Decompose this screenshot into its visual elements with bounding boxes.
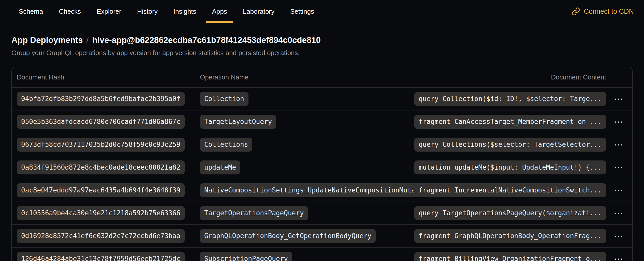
document-content-badge[interactable]: query Collection($id: ID!, $selector: Ta… (414, 92, 606, 106)
nav-tab-apps[interactable]: Apps (205, 0, 234, 23)
row-menu-button[interactable]: ⋯ (613, 253, 624, 261)
ellipsis-icon: ⋯ (614, 140, 623, 149)
ellipsis-icon: ⋯ (614, 94, 623, 104)
breadcrumb-app-deployments[interactable]: App Deployments (11, 35, 83, 45)
breadcrumb-separator: / (86, 35, 89, 45)
operation-name-badge[interactable]: TargetLayoutQuery (200, 115, 276, 129)
documents-table: Document Hash Operation Name Document Co… (11, 67, 633, 261)
table-row: 0ac8e047eddd97a97eac6435a4b694f4e3648f39… (12, 179, 632, 202)
document-content-badge[interactable]: fragment BillingView_OrganizationFragmen… (414, 252, 606, 261)
ellipsis-icon: ⋯ (614, 209, 623, 218)
breadcrumb-deployment-name: hive-app@b622862ecdba7c61b78f412453def89… (92, 35, 321, 45)
row-menu-button[interactable]: ⋯ (613, 231, 624, 242)
table-row: 04bfa72dfb83b297dd8a5b6fed9bafac2b395a0f… (12, 87, 632, 110)
nav-tab-settings[interactable]: Settings (283, 0, 321, 23)
app-deployment-detail-page: App Deployments/hive-app@b622862ecdba7c6… (0, 35, 644, 261)
document-content-badge[interactable]: query Collections($selector: TargetSelec… (414, 138, 606, 152)
operation-name-badge[interactable]: Collections (200, 138, 252, 152)
row-menu-button[interactable]: ⋯ (613, 208, 624, 219)
table-row: 0c10556a9be4ca30e19e21c1218a592b75e63366… (12, 202, 632, 224)
column-header-document-hash: Document Hash (17, 73, 200, 81)
row-menu-button[interactable]: ⋯ (613, 116, 624, 127)
ellipsis-icon: ⋯ (614, 186, 623, 195)
table-row: 0a834f91560d872e8c4bec0ade18ceec88821a82… (12, 156, 632, 179)
nav-tab-label: History (137, 8, 158, 15)
nav-tab-label: Explorer (97, 8, 121, 15)
document-hash-badge[interactable]: 126d46a4284abe31c13c78f7959d56eeb21725dc (17, 252, 185, 261)
operation-name-badge[interactable]: updateMe (200, 160, 240, 174)
active-tab-underline (206, 21, 233, 23)
ellipsis-icon: ⋯ (614, 254, 623, 261)
nav-tab-label: Checks (59, 8, 81, 15)
nav-tab-schema[interactable]: Schema (12, 0, 50, 23)
table-body: 04bfa72dfb83b297dd8a5b6fed9bafac2b395a0f… (12, 87, 632, 261)
table-header-row: Document Hash Operation Name Document Co… (12, 67, 632, 87)
top-nav: Schema Checks Explorer History Insights … (0, 0, 644, 23)
operation-name-badge[interactable]: SubscriptionPageQuery (200, 252, 292, 261)
document-content-badge[interactable]: fragment IncrementalNativeCompositionSwi… (414, 183, 606, 197)
operation-name-badge[interactable]: Collection (200, 92, 248, 106)
document-hash-badge[interactable]: 0ac8e047eddd97a97eac6435a4b694f4e3648f39 (17, 183, 185, 197)
document-hash-badge[interactable]: 0a834f91560d872e8c4bec0ade18ceec88821a82 (17, 160, 185, 174)
nav-tab-checks[interactable]: Checks (52, 0, 88, 23)
connect-to-cdn-label: Connect to CDN (584, 8, 634, 15)
nav-tab-history[interactable]: History (130, 0, 165, 23)
nav-tab-label: Settings (290, 8, 314, 15)
connect-to-cdn-link[interactable]: Connect to CDN (572, 0, 634, 23)
document-hash-badge[interactable]: 050e5b363dafdcacd6780e706cadf771d06a867c (17, 115, 185, 129)
row-menu-button[interactable]: ⋯ (613, 139, 624, 150)
document-hash-badge[interactable]: 04bfa72dfb83b297dd8a5b6fed9bafac2b395a0f (17, 92, 185, 106)
operation-name-badge[interactable]: NativeCompositionSettings_UpdateNativeCo… (200, 183, 435, 197)
document-hash-badge[interactable]: 0673df58cd7037117035b2d0c758f59c0c93c259 (17, 138, 185, 152)
document-content-badge[interactable]: fragment CanAccessTarget_MemberFragment … (414, 115, 606, 129)
page-subtitle: Group your GraphQL operations by app ver… (11, 48, 633, 57)
document-hash-badge[interactable]: 0c10556a9be4ca30e19e21c1218a592b75e63366 (17, 206, 185, 220)
nav-tab-explorer[interactable]: Explorer (90, 0, 128, 23)
breadcrumb: App Deployments/hive-app@b622862ecdba7c6… (11, 35, 633, 45)
link-icon (572, 7, 580, 16)
operation-name-badge[interactable]: TargetOperationsPageQuery (200, 206, 308, 220)
document-hash-badge[interactable]: 0d16928d8572c41ef6e032d2c7c72ccbd6e73baa (17, 229, 185, 243)
ellipsis-icon: ⋯ (614, 117, 623, 126)
column-header-document-content: Document Content (551, 73, 624, 81)
document-content-badge[interactable]: mutation updateMe($input: UpdateMeInput!… (414, 160, 606, 174)
column-header-operation-name: Operation Name (200, 73, 551, 81)
nav-tabs: Schema Checks Explorer History Insights … (12, 0, 321, 23)
nav-tab-label: Laboratory (243, 8, 274, 15)
row-menu-button[interactable]: ⋯ (613, 93, 624, 105)
document-content-badge[interactable]: fragment GraphQLOperationBody_OperationF… (414, 229, 606, 243)
table-row: 126d46a4284abe31c13c78f7959d56eeb21725dc… (12, 247, 632, 261)
nav-tab-label: Schema (19, 8, 43, 15)
ellipsis-icon: ⋯ (614, 232, 623, 241)
operation-name-badge[interactable]: GraphQLOperationBody_GetOperationBodyQue… (200, 229, 376, 243)
table-row: 050e5b363dafdcacd6780e706cadf771d06a867c… (12, 110, 632, 133)
document-content-badge[interactable]: query TargetOperationsPageQuery($organiz… (414, 206, 606, 220)
nav-tab-insights[interactable]: Insights (167, 0, 203, 23)
row-menu-button[interactable]: ⋯ (613, 185, 624, 196)
nav-tab-label: Apps (212, 8, 227, 15)
table-row: 0673df58cd7037117035b2d0c758f59c0c93c259… (12, 133, 632, 156)
nav-tab-label: Insights (173, 8, 196, 15)
row-menu-button[interactable]: ⋯ (613, 162, 624, 173)
table-row: 0d16928d8572c41ef6e032d2c7c72ccbd6e73baa… (12, 224, 632, 247)
nav-tab-laboratory[interactable]: Laboratory (236, 0, 281, 23)
ellipsis-icon: ⋯ (614, 163, 623, 172)
